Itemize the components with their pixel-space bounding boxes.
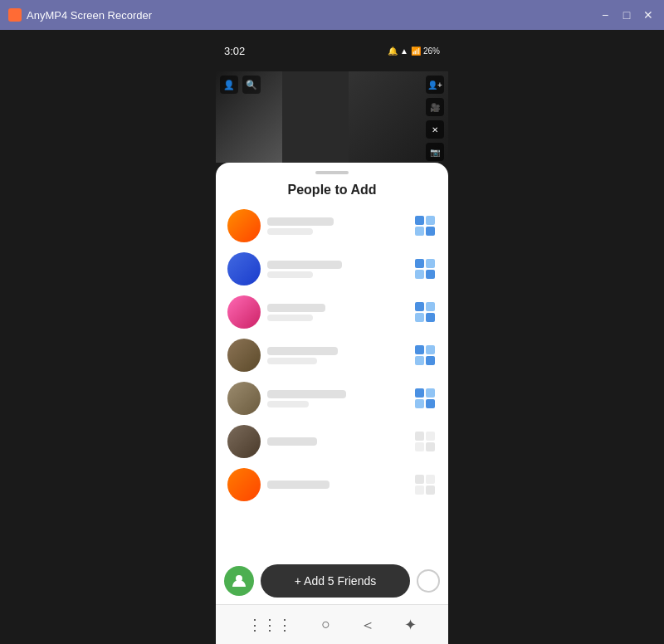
- nav-menu-icon[interactable]: ⋮⋮⋮: [247, 616, 292, 634]
- title-bar: AnyMP4 Screen Recorder − □ ✕: [0, 0, 664, 30]
- phone-nav-bar: ⋮⋮⋮ ○ ＜ ✦: [216, 604, 448, 644]
- battery-label: 26%: [423, 46, 440, 56]
- contact-name-blur: [267, 437, 317, 446]
- contact-info: [267, 390, 407, 407]
- status-icons: 🔔 ▲ 📶 26%: [388, 46, 440, 56]
- add-friends-row: + Add 5 Friends: [216, 558, 448, 604]
- add-tile-icon: [415, 432, 435, 451]
- titlebar-left: AnyMP4 Screen Recorder: [8, 8, 152, 22]
- camera-icons: 👤+ 🎥 ✕ 📷: [426, 76, 444, 161]
- add-tile-icon: [415, 216, 435, 236]
- avatar: [227, 209, 261, 242]
- avatar: [227, 382, 261, 415]
- avatar: [227, 468, 261, 501]
- add-contact-btn[interactable]: [413, 387, 437, 410]
- notification-icon: 🔔: [388, 46, 398, 56]
- nav-back-icon[interactable]: ＜: [360, 615, 375, 635]
- add-friends-radio[interactable]: [417, 569, 440, 593]
- signal-icon: 📶: [411, 46, 421, 56]
- add-contact-btn-inactive: [413, 473, 437, 496]
- contact-name-blur: [267, 390, 346, 398]
- people-panel: People to Add: [216, 163, 448, 604]
- phone-screen: 3:02 🔔 ▲ 📶 26% 👤 🔍 👤+ 🎥 ✕ 📷: [216, 30, 448, 644]
- avatar: [227, 425, 261, 458]
- contact-sub-blur: [267, 271, 313, 278]
- contact-list: [216, 204, 448, 558]
- contact-row: [224, 377, 440, 420]
- add-tile-icon: [415, 475, 435, 495]
- panel-handle: [315, 171, 349, 174]
- contact-info: [267, 437, 407, 446]
- nav-home-icon[interactable]: ○: [321, 616, 330, 633]
- add-contact-btn[interactable]: [413, 344, 437, 367]
- contact-info: [267, 217, 407, 235]
- add-tile-icon: [415, 302, 435, 322]
- contact-sub-blur: [267, 401, 309, 407]
- add-contact-icon[interactable]: 👤+: [426, 76, 444, 94]
- contact-info: [267, 481, 407, 489]
- contact-row: [224, 290, 440, 334]
- status-time: 3:02: [224, 45, 245, 57]
- phone-status-bar: 3:02 🔔 ▲ 📶 26%: [216, 30, 448, 71]
- nav-recent-icon[interactable]: ✦: [404, 616, 417, 634]
- top-icons-row: 👤 🔍: [220, 76, 261, 94]
- add-tile-icon: [415, 388, 435, 408]
- panel-title: People to Add: [216, 179, 448, 204]
- minimize-button[interactable]: −: [598, 7, 613, 22]
- contact-row: [224, 420, 440, 463]
- contact-name-blur: [267, 347, 338, 355]
- video-icon[interactable]: 🎥: [426, 98, 444, 116]
- contact-name-blur: [267, 304, 325, 312]
- contact-name-blur: [267, 481, 330, 489]
- contact-sub-blur: [267, 228, 313, 235]
- add-tile-icon: [415, 259, 435, 279]
- add-contact-btn-inactive: [413, 430, 437, 453]
- avatar: [227, 295, 261, 329]
- window-controls: − □ ✕: [598, 7, 656, 22]
- main-content: 3:02 🔔 ▲ 📶 26% 👤 🔍 👤+ 🎥 ✕ 📷: [0, 30, 664, 644]
- camera-switch-icon[interactable]: 📷: [426, 143, 444, 161]
- contact-row: [224, 247, 440, 290]
- add-friends-button[interactable]: + Add 5 Friends: [261, 564, 410, 598]
- add-contact-btn[interactable]: [413, 214, 437, 237]
- profile-icon: 👤: [220, 76, 238, 94]
- app-title: AnyMP4 Screen Recorder: [27, 9, 152, 22]
- wifi-icon: ▲: [400, 46, 408, 56]
- contact-name-blur: [267, 217, 334, 226]
- maximize-button[interactable]: □: [619, 7, 634, 22]
- contact-sub-blur: [267, 315, 313, 321]
- close-x-icon[interactable]: ✕: [426, 120, 444, 139]
- contact-info: [267, 261, 407, 278]
- phone-camera-area: 👤 🔍 👤+ 🎥 ✕ 📷: [216, 71, 448, 163]
- contact-row: [224, 204, 440, 247]
- contact-sub-blur: [267, 358, 317, 364]
- add-contact-btn[interactable]: [413, 257, 437, 281]
- contact-row: [224, 334, 440, 377]
- contact-info: [267, 347, 407, 364]
- avatar: [227, 252, 261, 285]
- close-button[interactable]: ✕: [641, 7, 656, 22]
- app-icon: [8, 8, 22, 22]
- add-contact-btn[interactable]: [413, 300, 437, 324]
- contact-name-blur: [267, 261, 342, 269]
- add-tile-icon: [415, 345, 435, 365]
- contact-row: [224, 463, 440, 506]
- contact-info: [267, 304, 407, 321]
- search-icon[interactable]: 🔍: [242, 76, 261, 94]
- avatar: [227, 339, 261, 372]
- user-avatar: [224, 566, 254, 596]
